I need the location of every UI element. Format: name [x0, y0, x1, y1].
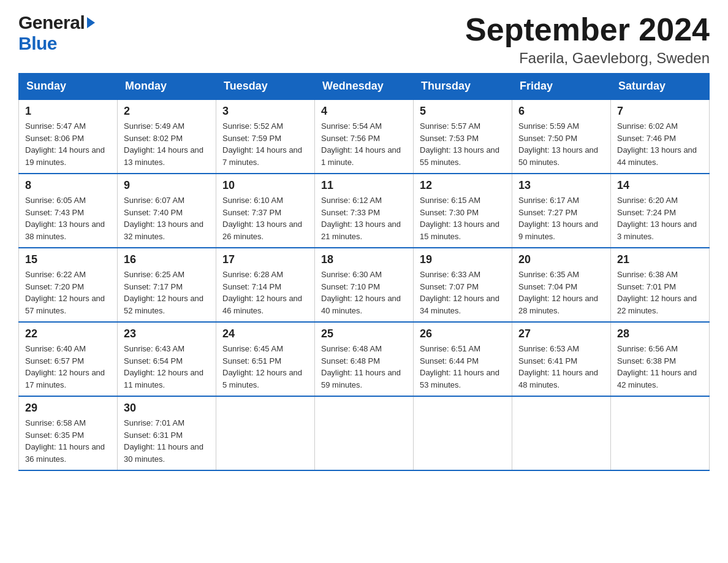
- weekday-header-thursday: Thursday: [414, 74, 512, 100]
- day-info: Sunrise: 6:53 AMSunset: 6:41 PMDaylight:…: [518, 343, 604, 391]
- day-number: 22: [25, 327, 111, 340]
- calendar-cell: 21Sunrise: 6:38 AMSunset: 7:01 PMDayligh…: [611, 248, 710, 322]
- calendar-cell: 3Sunrise: 5:52 AMSunset: 7:59 PMDaylight…: [216, 99, 315, 174]
- calendar-week-1: 1Sunrise: 5:47 AMSunset: 8:06 PMDaylight…: [19, 99, 710, 174]
- day-info: Sunrise: 6:43 AMSunset: 6:54 PMDaylight:…: [124, 343, 210, 391]
- day-info: Sunrise: 6:05 AMSunset: 7:43 PMDaylight:…: [25, 194, 111, 242]
- day-info: Sunrise: 6:02 AMSunset: 7:46 PMDaylight:…: [617, 120, 703, 168]
- calendar-cell: 28Sunrise: 6:56 AMSunset: 6:38 PMDayligh…: [611, 322, 710, 396]
- calendar-cell: 22Sunrise: 6:40 AMSunset: 6:57 PMDayligh…: [19, 322, 118, 396]
- calendar-cell: 14Sunrise: 6:20 AMSunset: 7:24 PMDayligh…: [611, 174, 710, 248]
- day-info: Sunrise: 7:01 AMSunset: 6:31 PMDaylight:…: [124, 417, 210, 465]
- day-number: 23: [124, 327, 210, 340]
- calendar-cell: 13Sunrise: 6:17 AMSunset: 7:27 PMDayligh…: [512, 174, 611, 248]
- day-number: 7: [617, 105, 703, 118]
- calendar-cell: 4Sunrise: 5:54 AMSunset: 7:56 PMDaylight…: [315, 99, 414, 174]
- weekday-header-row: SundayMondayTuesdayWednesdayThursdayFrid…: [19, 74, 710, 100]
- day-number: 5: [420, 105, 506, 118]
- day-number: 27: [518, 327, 604, 340]
- location-title: Faerila, Gaevleborg, Sweden: [465, 50, 710, 67]
- calendar-cell: 12Sunrise: 6:15 AMSunset: 7:30 PMDayligh…: [414, 174, 512, 248]
- day-number: 9: [124, 179, 210, 192]
- day-info: Sunrise: 6:56 AMSunset: 6:38 PMDaylight:…: [617, 343, 703, 391]
- day-number: 21: [617, 253, 703, 266]
- calendar-cell: 6Sunrise: 5:59 AMSunset: 7:50 PMDaylight…: [512, 99, 611, 174]
- day-number: 1: [25, 105, 111, 118]
- weekday-header-monday: Monday: [118, 74, 216, 100]
- day-number: 29: [25, 402, 111, 415]
- calendar-cell: [611, 396, 710, 470]
- calendar-cell: 18Sunrise: 6:30 AMSunset: 7:10 PMDayligh…: [315, 248, 414, 322]
- day-number: 28: [617, 327, 703, 340]
- day-info: Sunrise: 5:57 AMSunset: 7:53 PMDaylight:…: [420, 120, 506, 168]
- calendar-cell: 15Sunrise: 6:22 AMSunset: 7:20 PMDayligh…: [19, 248, 118, 322]
- day-number: 14: [617, 179, 703, 192]
- calendar-cell: 1Sunrise: 5:47 AMSunset: 8:06 PMDaylight…: [19, 99, 118, 174]
- calendar-cell: 11Sunrise: 6:12 AMSunset: 7:33 PMDayligh…: [315, 174, 414, 248]
- day-info: Sunrise: 6:15 AMSunset: 7:30 PMDaylight:…: [420, 194, 506, 242]
- day-info: Sunrise: 6:28 AMSunset: 7:14 PMDaylight:…: [222, 269, 308, 316]
- calendar-cell: 25Sunrise: 6:48 AMSunset: 6:48 PMDayligh…: [315, 322, 414, 396]
- day-info: Sunrise: 6:51 AMSunset: 6:44 PMDaylight:…: [420, 343, 506, 391]
- weekday-header-sunday: Sunday: [19, 74, 118, 100]
- day-info: Sunrise: 6:22 AMSunset: 7:20 PMDaylight:…: [25, 269, 111, 316]
- day-number: 10: [222, 179, 308, 192]
- calendar-cell: 19Sunrise: 6:33 AMSunset: 7:07 PMDayligh…: [414, 248, 512, 322]
- day-number: 4: [321, 105, 407, 118]
- calendar-cell: [414, 396, 512, 470]
- day-number: 25: [321, 327, 407, 340]
- weekday-header-friday: Friday: [512, 74, 611, 100]
- page-header: General Blue September 2024 Faerila, Gae…: [18, 12, 710, 67]
- day-number: 20: [518, 253, 604, 266]
- calendar-cell: [512, 396, 611, 470]
- calendar-cell: 5Sunrise: 5:57 AMSunset: 7:53 PMDaylight…: [414, 99, 512, 174]
- day-info: Sunrise: 5:49 AMSunset: 8:02 PMDaylight:…: [124, 120, 210, 168]
- day-info: Sunrise: 6:40 AMSunset: 6:57 PMDaylight:…: [25, 343, 111, 391]
- weekday-header-tuesday: Tuesday: [216, 74, 315, 100]
- day-info: Sunrise: 6:30 AMSunset: 7:10 PMDaylight:…: [321, 269, 407, 316]
- day-number: 2: [124, 105, 210, 118]
- day-info: Sunrise: 6:35 AMSunset: 7:04 PMDaylight:…: [518, 269, 604, 316]
- day-number: 30: [124, 402, 210, 415]
- calendar-cell: 2Sunrise: 5:49 AMSunset: 8:02 PMDaylight…: [118, 99, 216, 174]
- calendar-cell: 9Sunrise: 6:07 AMSunset: 7:40 PMDaylight…: [118, 174, 216, 248]
- calendar-week-4: 22Sunrise: 6:40 AMSunset: 6:57 PMDayligh…: [19, 322, 710, 396]
- day-number: 11: [321, 179, 407, 192]
- day-number: 26: [420, 327, 506, 340]
- calendar-cell: [216, 396, 315, 470]
- weekday-header-wednesday: Wednesday: [315, 74, 414, 100]
- calendar-cell: 8Sunrise: 6:05 AMSunset: 7:43 PMDaylight…: [19, 174, 118, 248]
- day-number: 15: [25, 253, 111, 266]
- day-number: 13: [518, 179, 604, 192]
- calendar-cell: 27Sunrise: 6:53 AMSunset: 6:41 PMDayligh…: [512, 322, 611, 396]
- day-info: Sunrise: 6:17 AMSunset: 7:27 PMDaylight:…: [518, 194, 604, 242]
- calendar-cell: 30Sunrise: 7:01 AMSunset: 6:31 PMDayligh…: [118, 396, 216, 470]
- day-info: Sunrise: 6:58 AMSunset: 6:35 PMDaylight:…: [25, 417, 111, 465]
- day-info: Sunrise: 6:38 AMSunset: 7:01 PMDaylight:…: [617, 269, 703, 316]
- day-number: 24: [222, 327, 308, 340]
- day-number: 18: [321, 253, 407, 266]
- day-number: 3: [222, 105, 308, 118]
- day-info: Sunrise: 6:25 AMSunset: 7:17 PMDaylight:…: [124, 269, 210, 316]
- month-title: September 2024: [465, 12, 710, 47]
- calendar-cell: [315, 396, 414, 470]
- day-number: 16: [124, 253, 210, 266]
- calendar-cell: 24Sunrise: 6:45 AMSunset: 6:51 PMDayligh…: [216, 322, 315, 396]
- day-info: Sunrise: 5:47 AMSunset: 8:06 PMDaylight:…: [25, 120, 111, 168]
- title-area: September 2024 Faerila, Gaevleborg, Swed…: [465, 12, 710, 67]
- day-info: Sunrise: 5:52 AMSunset: 7:59 PMDaylight:…: [222, 120, 308, 168]
- day-number: 19: [420, 253, 506, 266]
- day-info: Sunrise: 6:48 AMSunset: 6:48 PMDaylight:…: [321, 343, 407, 391]
- day-number: 8: [25, 179, 111, 192]
- day-info: Sunrise: 6:07 AMSunset: 7:40 PMDaylight:…: [124, 194, 210, 242]
- calendar-cell: 10Sunrise: 6:10 AMSunset: 7:37 PMDayligh…: [216, 174, 315, 248]
- logo-line2: Blue: [18, 33, 57, 54]
- calendar-week-5: 29Sunrise: 6:58 AMSunset: 6:35 PMDayligh…: [19, 396, 710, 470]
- weekday-header-saturday: Saturday: [611, 74, 710, 100]
- calendar-week-3: 15Sunrise: 6:22 AMSunset: 7:20 PMDayligh…: [19, 248, 710, 322]
- day-number: 12: [420, 179, 506, 192]
- calendar-cell: 29Sunrise: 6:58 AMSunset: 6:35 PMDayligh…: [19, 396, 118, 470]
- day-info: Sunrise: 6:33 AMSunset: 7:07 PMDaylight:…: [420, 269, 506, 316]
- calendar-table: SundayMondayTuesdayWednesdayThursdayFrid…: [18, 73, 710, 471]
- day-info: Sunrise: 5:59 AMSunset: 7:50 PMDaylight:…: [518, 120, 604, 168]
